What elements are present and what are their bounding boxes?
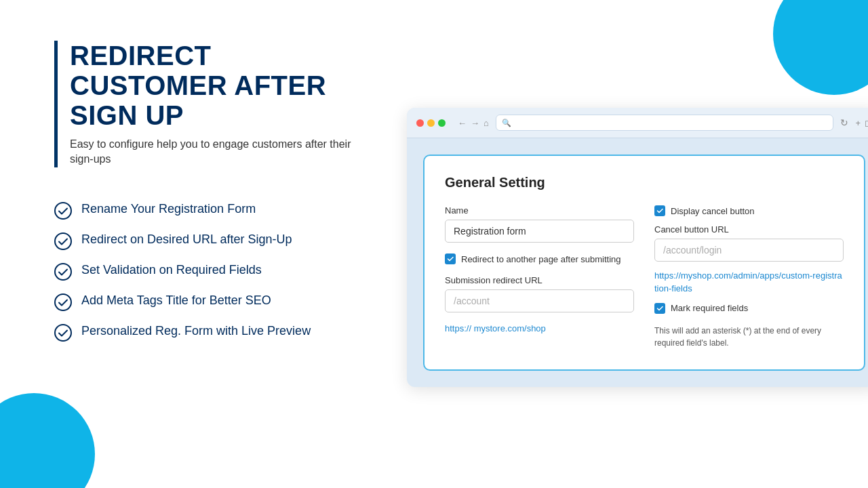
title-block: REDIRECT CUSTOMER AFTER SIGN UP Easy to … <box>54 41 366 167</box>
display-cancel-label: Display cancel button <box>671 206 755 216</box>
browser-nav: ← → ⌂ <box>458 118 489 128</box>
required-fields-label: Mark required fields <box>671 303 748 313</box>
browser-dots <box>416 119 446 127</box>
svg-point-1 <box>55 233 71 249</box>
feature-label-1: Rename Your Registration Form <box>81 201 256 217</box>
form-layout: Name Redirect to another page after subm… <box>445 205 844 348</box>
right-col: Display cancel button Cancel button URL … <box>654 205 844 348</box>
cancel-url-label: Cancel button URL <box>654 224 844 235</box>
check-icon-5 <box>54 324 72 342</box>
svg-point-3 <box>55 294 71 310</box>
app-link[interactable]: https://myshop.com/admin/apps/custom-reg… <box>654 270 844 294</box>
feature-label-4: Add Meta Tags Title for Better SEO <box>81 293 271 308</box>
feature-label-5: Personalized Reg. Form with Live Preview <box>81 323 311 339</box>
left-col: Name Redirect to another page after subm… <box>445 205 634 348</box>
browser-window: ← → ⌂ 🔍 ↻ + ◻ General Setting <box>407 108 868 386</box>
feature-label-3: Set Validation on Required Fields <box>81 262 262 278</box>
redirect-url-input[interactable] <box>445 289 634 312</box>
name-input[interactable] <box>445 220 634 243</box>
display-cancel-checkbox[interactable] <box>654 205 665 216</box>
store-link[interactable]: https:// mystore.com/shop <box>445 323 634 333</box>
feature-item-3: Set Validation on Required Fields <box>54 262 366 281</box>
left-panel: REDIRECT CUSTOMER AFTER SIGN UP Easy to … <box>54 34 366 461</box>
feature-item-1: Rename Your Registration Form <box>54 201 366 220</box>
page-subtitle: Easy to configure help you to engage cus… <box>70 137 366 167</box>
home-button[interactable]: ⌂ <box>484 118 489 128</box>
cancel-button-checkbox-row: Display cancel button <box>654 205 844 216</box>
svg-point-4 <box>55 325 71 341</box>
name-label: Name <box>445 205 634 216</box>
redirect-checkbox-row: Redirect to another page after submittin… <box>445 253 634 264</box>
svg-point-2 <box>55 264 71 280</box>
redirect-url-group: Submission redirect URL <box>445 275 634 312</box>
page-title: REDIRECT CUSTOMER AFTER SIGN UP <box>70 41 366 130</box>
right-panel: ← → ⌂ 🔍 ↻ + ◻ General Setting <box>407 34 868 461</box>
back-button[interactable]: ← <box>458 118 467 128</box>
required-fields-checkbox[interactable] <box>654 303 665 314</box>
browser-actions: + ◻ <box>855 118 868 128</box>
add-tab-button[interactable]: + <box>855 118 861 128</box>
cancel-url-group: Cancel button URL <box>654 224 844 262</box>
feature-item-2: Redirect on Desired URL after Sign-Up <box>54 232 366 250</box>
check-icon-3 <box>54 263 72 281</box>
browser-toolbar: ← → ⌂ 🔍 ↻ + ◻ <box>407 108 868 138</box>
refresh-button[interactable]: ↻ <box>840 117 848 128</box>
name-field-group: Name <box>445 205 634 243</box>
search-icon: 🔍 <box>502 119 511 127</box>
dot-green[interactable] <box>438 119 446 127</box>
feature-label-2: Redirect on Desired URL after Sign-Up <box>81 232 292 247</box>
form-section-title: General Setting <box>445 175 844 190</box>
form-card: General Setting Name <box>423 155 865 370</box>
redirect-url-label: Submission redirect URL <box>445 275 634 285</box>
forward-button[interactable]: → <box>471 118 479 128</box>
redirect-checkbox-label: Redirect to another page after submittin… <box>461 254 621 264</box>
required-fields-checkbox-row: Mark required fields <box>654 303 844 314</box>
checkmark-icon-2 <box>656 207 663 214</box>
check-icon-1 <box>54 202 72 220</box>
feature-item-4: Add Meta Tags Title for Better SEO <box>54 293 366 311</box>
svg-point-0 <box>55 203 71 219</box>
dot-red[interactable] <box>416 119 424 127</box>
dot-yellow[interactable] <box>427 119 435 127</box>
checkmark-icon <box>447 256 454 262</box>
check-icon-4 <box>54 293 72 311</box>
checkmark-icon-3 <box>656 305 663 312</box>
cancel-url-input[interactable] <box>654 239 844 262</box>
required-fields-helper: This will add an asterisk (*) at the end… <box>654 325 844 349</box>
browser-body: General Setting Name <box>407 138 868 386</box>
menu-button[interactable]: ◻ <box>865 118 868 128</box>
redirect-checkbox[interactable] <box>445 253 456 264</box>
address-bar[interactable]: 🔍 <box>496 115 834 131</box>
feature-item-5: Personalized Reg. Form with Live Preview <box>54 323 366 342</box>
feature-list: Rename Your Registration Form Redirect o… <box>54 201 366 342</box>
check-icon-2 <box>54 232 72 250</box>
